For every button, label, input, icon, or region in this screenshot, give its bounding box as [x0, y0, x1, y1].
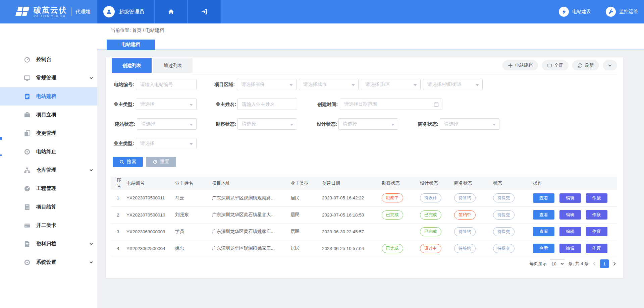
- business-status-badge: 待签约: [454, 244, 476, 253]
- design-status-badge: 设计中: [420, 244, 441, 253]
- breadcrumb-home-link[interactable]: 首页: [132, 27, 142, 33]
- build-status-select[interactable]: 请选择: [137, 118, 197, 130]
- edit-button[interactable]: 编辑: [559, 210, 581, 220]
- owner-name: 学员: [172, 223, 209, 240]
- owner-name-input[interactable]: [237, 99, 297, 110]
- refresh-button[interactable]: 刷新: [572, 60, 599, 70]
- station-code-input[interactable]: [136, 79, 197, 90]
- view-button[interactable]: 查看: [533, 193, 554, 203]
- table-row: 2 YX2023070500010 刘强东 广东深圳龙华区黄石镇星官大... 居…: [111, 206, 617, 223]
- sidebar-item-engineering-mgmt[interactable]: 工程管理: [0, 179, 97, 198]
- app-title: 破茧云伏: [34, 6, 67, 14]
- owner-name: 马云: [172, 190, 209, 206]
- dropdown-arrow-icon: [476, 84, 479, 86]
- owner-type2-select[interactable]: 请选择: [136, 138, 197, 149]
- province-select[interactable]: 请选择省份: [237, 79, 297, 90]
- dropdown-arrow-icon: [492, 124, 496, 126]
- sidebar-item-station-terminate[interactable]: 电站终止: [0, 142, 97, 161]
- home-button[interactable]: [155, 0, 187, 23]
- owner-name: 姚忠: [172, 240, 209, 257]
- survey-status-select[interactable]: 请选择: [237, 118, 297, 130]
- sidebar: 控制台 常规管理 电站建档 项目立项 变更管理 电站终止 仓库管理: [0, 23, 97, 308]
- owner-type-select[interactable]: 请选择: [136, 99, 197, 110]
- add-station-button[interactable]: 电站建档: [502, 60, 538, 70]
- sidebar-item-station-archive[interactable]: 电站建档: [0, 87, 97, 106]
- date-range-picker[interactable]: 请选择日期范围: [340, 99, 442, 110]
- target-icon: [24, 259, 31, 266]
- void-button[interactable]: 作废: [586, 210, 607, 220]
- village-select[interactable]: 请选择村镇/街道: [423, 79, 483, 90]
- dropdown-arrow-icon: [190, 143, 193, 145]
- page-number-1[interactable]: 1: [600, 259, 609, 268]
- scroll-indicator: [0, 137, 2, 140]
- page-tab-station-archive[interactable]: 电站建档: [107, 40, 155, 50]
- station-code-label: 电站编号:: [111, 79, 134, 90]
- design-status-select[interactable]: 请选择: [338, 118, 398, 130]
- gauge-icon: [24, 56, 31, 63]
- void-button[interactable]: 作废: [586, 227, 607, 236]
- reset-button[interactable]: 重置: [146, 157, 176, 167]
- app-window: 破茧云伏 Po Jian Yun Fu 代理端 超级管理员 电站: [0, 0, 644, 308]
- chevron-down-icon: [89, 242, 93, 246]
- monitor-icon: [24, 75, 31, 81]
- sidebar-item-change-mgmt[interactable]: 变更管理: [0, 124, 97, 142]
- logo: 破茧云伏 Po Jian Yun Fu 代理端: [0, 0, 97, 23]
- city-select[interactable]: 请选择城市: [299, 79, 359, 90]
- dropdown-arrow-icon: [190, 104, 193, 106]
- total-count-label: 条, 共 4 条: [568, 261, 589, 267]
- breadcrumb: 当前位置: 首页 / 电站建档: [111, 27, 164, 34]
- next-page-button[interactable]: [612, 261, 617, 266]
- dropdown-arrow-icon: [391, 124, 394, 126]
- county-select[interactable]: 请选择县/区: [361, 79, 421, 90]
- sidebar-item-warehouse-mgmt[interactable]: 仓库管理: [0, 161, 97, 179]
- view-button[interactable]: 查看: [533, 210, 554, 220]
- tab-create-list[interactable]: 创建列表: [112, 58, 152, 73]
- view-button[interactable]: 查看: [533, 244, 554, 253]
- sidebar-item-system-settings[interactable]: 系统设置: [0, 253, 97, 271]
- sidebar-item-console[interactable]: 控制台: [0, 50, 97, 69]
- sidebar-item-open-card[interactable]: 开二类卡: [0, 216, 97, 235]
- search-icon: [119, 160, 124, 165]
- pagination: 每页显示 10 条, 共 4 条 1: [529, 259, 617, 269]
- edit-button[interactable]: 编辑: [559, 244, 581, 253]
- scroll-indicator: [0, 155, 2, 156]
- sidebar-item-project-approval[interactable]: 项目立项: [0, 106, 97, 124]
- region-label: 项目区域:: [211, 79, 235, 90]
- chevron-left-icon: [592, 261, 597, 266]
- collapse-button[interactable]: [603, 60, 617, 70]
- status-badge: 待提交: [493, 210, 515, 220]
- owner-name-label: 业主姓名:: [213, 99, 236, 110]
- station-code: YX2023070500011: [124, 190, 172, 206]
- user-menu[interactable]: 超级管理员: [97, 0, 154, 23]
- owner-type2-label: 业主类型:: [111, 138, 134, 149]
- sidebar-item-general-mgmt[interactable]: 常规管理: [0, 69, 97, 87]
- nav-station-build[interactable]: 电站建设: [559, 7, 591, 17]
- chevron-down-icon: [89, 76, 93, 80]
- business-status-select[interactable]: 请选择: [440, 118, 499, 130]
- design-status-badge: 已完成: [420, 210, 441, 220]
- fullscreen-button[interactable]: 全屏: [542, 60, 569, 70]
- prev-page-button[interactable]: [592, 261, 597, 266]
- tab-passed-list[interactable]: 通过列表: [153, 58, 193, 73]
- owner-name: 刘强东: [172, 206, 209, 223]
- void-button[interactable]: 作废: [586, 244, 607, 253]
- design-status-label: 设计状态:: [314, 118, 337, 130]
- list-tabs: 创建列表 通过列表 电站建档 全屏 刷新: [112, 58, 617, 73]
- edit-button[interactable]: 编辑: [559, 193, 581, 203]
- survey-status-badge: 勘察中: [382, 193, 403, 202]
- per-page-select[interactable]: 10: [550, 259, 565, 268]
- search-button[interactable]: 搜索: [113, 157, 143, 167]
- station-code: YX2023062500004: [124, 240, 172, 257]
- per-page-label: 每页显示: [529, 261, 547, 267]
- station-table: 序号 电站编号 业主姓名 项目地址 业主类型 创建日期 勘察状态 设计状态 商务…: [111, 177, 617, 257]
- edit-button[interactable]: 编辑: [559, 227, 581, 236]
- logout-button[interactable]: [188, 0, 221, 23]
- table-header-row: 序号 电站编号 业主姓名 项目地址 业主类型 创建日期 勘察状态 设计状态 商务…: [111, 177, 617, 190]
- void-button[interactable]: 作废: [586, 193, 607, 203]
- view-button[interactable]: 查看: [533, 227, 554, 236]
- wrench-icon: [606, 7, 616, 17]
- dropdown-arrow-icon: [289, 84, 293, 86]
- sidebar-item-project-settlement[interactable]: 项目结算: [0, 198, 97, 216]
- nav-monitor-ops[interactable]: 监控运维: [606, 7, 638, 17]
- sidebar-item-data-archive[interactable]: 资料归档: [0, 235, 97, 253]
